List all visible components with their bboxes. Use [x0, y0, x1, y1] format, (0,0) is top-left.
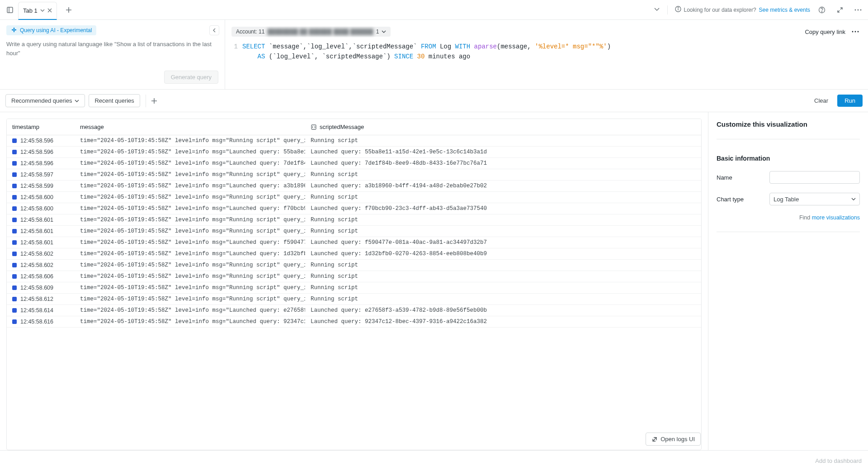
svg-point-4: [678, 7, 678, 8]
recent-queries[interactable]: Recent queries: [89, 94, 140, 107]
table-row[interactable]: 12:45:58.599time="2024-05-10T19:45:58Z" …: [7, 181, 701, 192]
table-row[interactable]: 12:45:58.597time="2024-05-10T19:45:58Z" …: [7, 169, 701, 181]
account-selector[interactable]: Account: 11 ████████ ██ ██████ ████ ████…: [231, 27, 391, 37]
topbar-left: Tab 1: [4, 0, 76, 20]
table-row[interactable]: 12:45:58.614time="2024-05-10T19:45:58Z" …: [7, 305, 701, 316]
cell-scriptedMessage: Running script: [305, 215, 701, 225]
table-row[interactable]: 12:45:58.596time="2024-05-10T19:45:58Z" …: [7, 158, 701, 169]
severity-dot-icon: [12, 229, 17, 233]
script-icon: [311, 124, 317, 130]
run-button[interactable]: Run: [837, 95, 863, 107]
results-pane: timestamp message scriptedMessage 12:45:…: [0, 112, 708, 450]
divider: [717, 232, 860, 232]
cell-timestamp: 12:45:58.606: [7, 271, 75, 281]
ai-input[interactable]: Write a query using natural language lik…: [6, 40, 218, 57]
col-timestamp[interactable]: timestamp: [7, 119, 75, 135]
cell-message: time="2024-05-10T19:45:58Z" level=info m…: [75, 305, 305, 315]
topbar-right: Looking for our data explorer? See metri…: [654, 4, 865, 16]
recent-queries-label: Recent queries: [94, 97, 134, 104]
sidebar-toggle-icon[interactable]: [4, 4, 16, 16]
col-message[interactable]: message: [75, 119, 305, 135]
severity-dot-icon: [12, 206, 17, 211]
chevron-down-icon: [382, 29, 386, 34]
chart-type-value: Log Table: [774, 196, 799, 203]
find-more-link[interactable]: more visualizations: [812, 214, 860, 221]
basic-info-title: Basic information: [717, 155, 860, 162]
explorer-hint-link[interactable]: See metrics & events: [759, 7, 810, 13]
table-row[interactable]: 12:45:58.600time="2024-05-10T19:45:58Z" …: [7, 192, 701, 203]
cell-message: time="2024-05-10T19:45:58Z" level=info m…: [75, 136, 305, 146]
explorer-hint: Looking for our data explorer? See metri…: [675, 6, 811, 14]
find-more: Find more visualizations: [717, 214, 860, 221]
cell-timestamp: 12:45:58.609: [7, 283, 75, 293]
add-query-button[interactable]: [146, 95, 158, 107]
cell-scriptedMessage: Running script: [305, 192, 701, 202]
open-logs-label: Open logs UI: [660, 436, 695, 442]
cell-timestamp: 12:45:58.602: [7, 249, 75, 259]
severity-dot-icon: [12, 297, 17, 301]
find-prefix: Find: [799, 214, 812, 221]
table-row[interactable]: 12:45:58.616time="2024-05-10T19:45:58Z" …: [7, 316, 701, 328]
copy-query-link[interactable]: Copy query link: [805, 29, 845, 35]
table-row[interactable]: 12:45:58.609time="2024-05-10T19:45:58Z" …: [7, 282, 701, 294]
close-icon[interactable]: [47, 7, 52, 14]
cell-message: time="2024-05-10T19:45:58Z" level=info m…: [75, 158, 305, 168]
table-row[interactable]: 12:45:58.602time="2024-05-10T19:45:58Z" …: [7, 248, 701, 260]
name-row: Name: [717, 171, 860, 184]
recommended-queries[interactable]: Recommended queries: [5, 94, 85, 107]
severity-dot-icon: [12, 172, 17, 177]
table-row[interactable]: 12:45:58.602time="2024-05-10T19:45:58Z" …: [7, 260, 701, 271]
table-row[interactable]: 12:45:58.601time="2024-05-10T19:45:58Z" …: [7, 226, 701, 237]
table-row[interactable]: 12:45:58.596time="2024-05-10T19:45:58Z" …: [7, 147, 701, 158]
col-scriptedMessage[interactable]: scriptedMessage: [305, 119, 701, 135]
cell-timestamp: 12:45:58.600: [7, 204, 75, 214]
divider: [667, 5, 668, 14]
more-icon[interactable]: [852, 4, 864, 16]
open-logs-ui-button[interactable]: Open logs UI: [646, 433, 701, 446]
table-row[interactable]: 12:45:58.601time="2024-05-10T19:45:58Z" …: [7, 237, 701, 248]
collapse-icon[interactable]: [834, 4, 846, 16]
table-row[interactable]: 12:45:58.596time="2024-05-10T19:45:58Z" …: [7, 135, 701, 147]
svg-point-8: [858, 9, 859, 10]
more-icon[interactable]: [849, 25, 862, 38]
query-code[interactable]: SELECT `message`,`log_level`,`scriptedMe…: [242, 42, 611, 62]
chevron-down-icon[interactable]: [654, 6, 660, 14]
tab-query-1[interactable]: Tab 1: [18, 2, 57, 20]
help-icon[interactable]: [816, 4, 828, 16]
table-row[interactable]: 12:45:58.606time="2024-05-10T19:45:58Z" …: [7, 271, 701, 282]
table-row[interactable]: 12:45:58.601time="2024-05-10T19:45:58Z" …: [7, 214, 701, 226]
account-suffix: 1: [376, 29, 379, 35]
query-editor[interactable]: 1 SELECT `message`,`log_level`,`scripted…: [231, 42, 862, 62]
chevron-down-icon[interactable]: [40, 7, 45, 14]
explorer-hint-text: Looking for our data explorer?: [684, 7, 756, 13]
cell-timestamp: 12:45:58.597: [7, 170, 75, 180]
account-redacted: ████████ ██ ██████ ████ ██████: [267, 29, 373, 35]
cell-message: time="2024-05-10T19:45:58Z" level=info m…: [75, 271, 305, 281]
table-row[interactable]: 12:45:58.612time="2024-05-10T19:45:58Z" …: [7, 294, 701, 305]
add-tab-button[interactable]: [61, 3, 76, 17]
generate-button[interactable]: Generate query: [164, 71, 218, 84]
chart-type-select[interactable]: Log Table: [769, 193, 860, 205]
cell-scriptedMessage: Running script: [305, 136, 701, 146]
cell-scriptedMessage: Running script: [305, 226, 701, 236]
svg-point-10: [852, 31, 854, 33]
log-table[interactable]: timestamp message scriptedMessage 12:45:…: [6, 119, 702, 450]
severity-dot-icon: [12, 308, 17, 313]
cell-timestamp: 12:45:58.602: [7, 260, 75, 270]
severity-dot-icon: [12, 138, 17, 143]
cell-message: time="2024-05-10T19:45:58Z" level=info m…: [75, 249, 305, 259]
tab-label: Tab 1: [23, 7, 38, 14]
cell-message: time="2024-05-10T19:45:58Z" level=info m…: [75, 283, 305, 293]
cell-timestamp: 12:45:58.616: [7, 317, 75, 327]
cell-message: time="2024-05-10T19:45:58Z" level=info m…: [75, 238, 305, 247]
svg-point-12: [858, 31, 859, 33]
chart-type-row: Chart type Log Table: [717, 193, 860, 205]
add-to-dashboard[interactable]: Add to dashboard: [815, 457, 862, 464]
name-label: Name: [717, 174, 732, 181]
table-row[interactable]: 12:45:58.600time="2024-05-10T19:45:58Z" …: [7, 203, 701, 214]
collapse-panel-icon[interactable]: [209, 25, 219, 35]
name-input[interactable]: [769, 171, 860, 184]
svg-point-6: [821, 11, 822, 12]
ai-badge-label: Query using AI - Experimental: [20, 27, 92, 33]
clear-button[interactable]: Clear: [810, 95, 833, 107]
